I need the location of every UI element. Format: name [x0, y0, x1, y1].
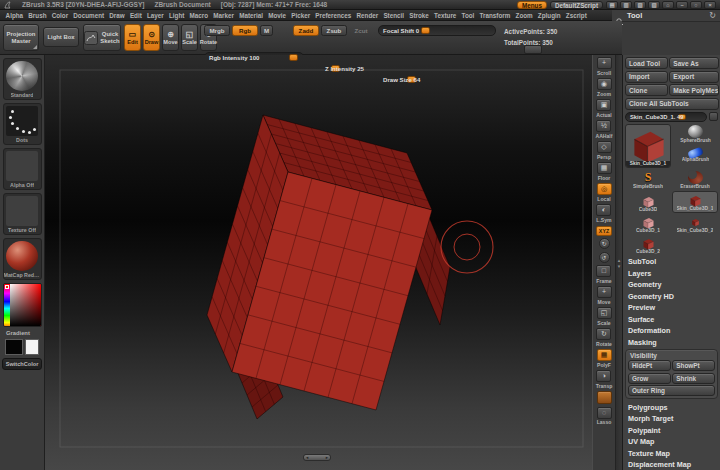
- tray-divider-scrollbar[interactable]: ▴▾: [615, 55, 622, 470]
- import-button[interactable]: Import: [625, 71, 668, 83]
- menu-item[interactable]: Brush: [26, 12, 49, 19]
- section-header[interactable]: Polypaint: [625, 424, 718, 436]
- quick-sketch-button[interactable]: Quick Sketch: [83, 24, 121, 51]
- tool-library-item[interactable]: Cube3D: [625, 191, 671, 213]
- tool-library-item[interactable]: Skin_Cube3D_2: [672, 214, 718, 234]
- frame-button[interactable]: □ Frame: [596, 265, 611, 284]
- mrgb-button[interactable]: Mrgb: [204, 25, 230, 36]
- aahalf-button[interactable]: ½ AAHalf: [596, 120, 613, 139]
- lsym-button[interactable]: ◐ L.Sym: [596, 204, 611, 223]
- export-button[interactable]: Export: [669, 71, 719, 83]
- menu-item[interactable]: Macro: [187, 12, 211, 19]
- menu-item[interactable]: Alpha: [3, 12, 26, 19]
- stroke-selector[interactable]: Dots: [3, 103, 42, 145]
- showpt-button[interactable]: ShowPt: [672, 360, 715, 371]
- left-tray-icon[interactable]: ▤: [606, 1, 618, 9]
- brush-item[interactable]: AlphaBrush: [673, 145, 718, 163]
- refresh-icon[interactable]: ↻: [709, 12, 716, 20]
- rotate-button[interactable]: ↻ Rotate: [596, 328, 612, 347]
- material-selector[interactable]: MatCap Red Wax: [3, 238, 42, 280]
- color-picker[interactable]: [3, 283, 42, 327]
- menu-item[interactable]: Render: [354, 12, 381, 19]
- zcut-button[interactable]: Zcut: [349, 25, 373, 36]
- close-icon[interactable]: ×: [704, 1, 716, 9]
- tray-handle-icon[interactable]: [524, 45, 542, 54]
- move-button[interactable]: + Move: [597, 286, 612, 305]
- move-button[interactable]: ⊕ Move: [162, 24, 179, 51]
- menu-item[interactable]: Movie: [266, 12, 289, 19]
- document-canvas[interactable]: ◂▸: [45, 55, 592, 470]
- gradient-label[interactable]: Gradient: [3, 330, 30, 336]
- m-button[interactable]: M: [260, 25, 273, 36]
- switch-color-button[interactable]: SwitchColor: [2, 358, 43, 370]
- scroll-button[interactable]: + Scroll: [597, 57, 612, 76]
- lock-icon[interactable]: ⌂: [662, 1, 674, 9]
- section-header[interactable]: Deformation: [625, 325, 718, 337]
- rotate-cw-icon[interactable]: ↻: [599, 238, 610, 249]
- menu-item[interactable]: Zoom: [513, 12, 535, 19]
- paste-tool-icon[interactable]: ▨: [648, 1, 660, 9]
- menu-item[interactable]: Transform: [477, 12, 513, 19]
- outer-ring-button[interactable]: Outer Ring: [628, 385, 715, 396]
- tool-library-item[interactable]: EraserBrush: [672, 170, 718, 190]
- section-header[interactable]: SubTool: [625, 256, 718, 268]
- section-header[interactable]: Displacement Map: [625, 459, 718, 470]
- persp-button[interactable]: ◇ Persp: [597, 141, 612, 160]
- menu-item[interactable]: Light: [166, 12, 187, 19]
- tool-library-item[interactable]: Skin_Cube3D_1: [672, 191, 718, 213]
- menu-item[interactable]: Zscript: [563, 12, 589, 19]
- tool-library-item[interactable]: S SimpleBrush: [625, 170, 671, 190]
- section-header[interactable]: Morph Target: [625, 413, 718, 425]
- clone-button[interactable]: Clone: [625, 84, 668, 96]
- section-header[interactable]: Texture Map: [625, 447, 718, 459]
- slider-thumb[interactable]: [421, 27, 430, 34]
- section-header[interactable]: Preview: [625, 302, 718, 314]
- main-color-swatch[interactable]: [5, 339, 23, 355]
- copy-tool-icon[interactable]: ▧: [634, 1, 646, 9]
- xyz-button[interactable]: XYZ: [596, 225, 612, 236]
- scroll-left-icon[interactable]: ◂: [306, 455, 308, 460]
- save-as-button[interactable]: Save As: [669, 57, 719, 69]
- group-title[interactable]: Visibility: [630, 352, 715, 359]
- load-tool-button[interactable]: Load Tool: [625, 57, 668, 69]
- active-tool-preview[interactable]: Skin_Cube3D_1: [625, 124, 671, 168]
- slider-thumb[interactable]: [289, 54, 298, 61]
- restore-icon[interactable]: ○: [690, 1, 702, 9]
- clone-all-subtools-button[interactable]: Clone All SubTools: [625, 98, 719, 110]
- zoom-button[interactable]: ◉ Zoom: [597, 78, 612, 97]
- tool-library-item[interactable]: Cube3D_1: [625, 214, 671, 234]
- saturation-square[interactable]: [10, 284, 41, 326]
- menu-item[interactable]: Texture: [431, 12, 458, 19]
- shrink-button[interactable]: Shrink: [672, 373, 715, 384]
- transp-button[interactable]: ◑ Transp: [596, 370, 613, 389]
- active-tool-slider[interactable]: Skin_Cube3D_1. 49: [625, 112, 707, 122]
- actual-button[interactable]: ▣ Actual: [596, 99, 612, 118]
- menu-item[interactable]: Marker: [211, 12, 237, 19]
- local-button[interactable]: ◎ Local: [597, 183, 612, 202]
- default-zscript-button[interactable]: DefaultZScript: [550, 1, 603, 9]
- menu-item[interactable]: Preferences: [313, 12, 354, 19]
- menu-item[interactable]: Edit: [127, 12, 144, 19]
- section-header[interactable]: UV Map: [625, 436, 718, 448]
- section-header[interactable]: Layers: [625, 267, 718, 279]
- menu-item[interactable]: Zplugin: [535, 12, 563, 19]
- menu-item[interactable]: Tool: [459, 12, 477, 19]
- light-box-button[interactable]: Light Box: [43, 27, 79, 47]
- menu-item[interactable]: Layer: [144, 12, 166, 19]
- rotate-ccw-icon[interactable]: ↺: [599, 252, 610, 263]
- menu-item[interactable]: Color: [49, 12, 71, 19]
- rgb-button[interactable]: Rgb: [232, 25, 258, 36]
- menu-item[interactable]: Stencil: [381, 12, 407, 19]
- sculpt-viewport[interactable]: [45, 55, 592, 470]
- zsub-button[interactable]: Zsub: [321, 25, 347, 36]
- menu-item[interactable]: Picker: [289, 12, 313, 19]
- menu-item[interactable]: Stroke: [407, 12, 432, 19]
- grow-button[interactable]: Grow: [628, 373, 671, 384]
- alpha-selector[interactable]: Alpha Off: [3, 148, 42, 190]
- focal-shift-slider[interactable]: Focal Shift 0: [378, 25, 496, 36]
- magnifier-icon[interactable]: [616, 12, 624, 20]
- tool-library-item[interactable]: Cube3D_2: [625, 235, 671, 255]
- projection-master-button[interactable]: Projection Master: [3, 24, 39, 51]
- brush-selector[interactable]: Standard: [3, 58, 42, 100]
- edit-button[interactable]: ▭ Edit: [124, 24, 141, 51]
